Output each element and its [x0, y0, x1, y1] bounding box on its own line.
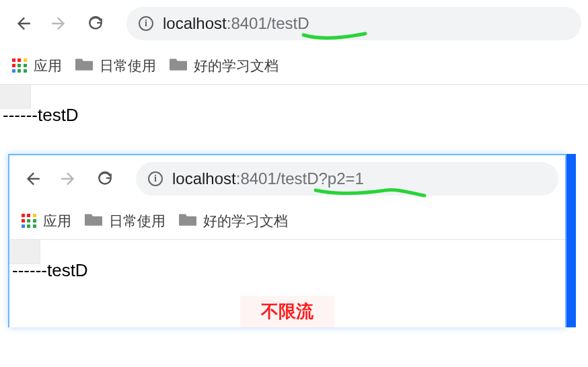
- bookmark-folder-2[interactable]: 好的学习文档: [179, 212, 288, 231]
- annotation-underline-top: [301, 31, 369, 47]
- apps-shortcut[interactable]: 应用: [22, 212, 71, 231]
- toolbar: i localhost:8401/testD: [0, 0, 588, 47]
- apps-icon: [22, 214, 36, 229]
- browser-window-top: i localhost:8401/testD 应用 日常使用: [0, 0, 588, 132]
- frame-accent: [566, 154, 576, 327]
- bookmark-label: 日常使用: [100, 56, 156, 75]
- apps-shortcut[interactable]: 应用: [12, 56, 62, 75]
- url-host: localhost: [172, 169, 236, 188]
- arrow-left-icon: [14, 15, 32, 32]
- folder-icon: [170, 56, 187, 75]
- back-button[interactable]: [7, 7, 39, 40]
- bookmark-label: 好的学习文档: [194, 56, 279, 75]
- bookmarks-bar: 应用 日常使用 好的学习文档: [9, 202, 565, 240]
- apps-label: 应用: [43, 212, 71, 231]
- site-info-icon[interactable]: i: [148, 171, 163, 186]
- page-body-text: ------testD: [9, 260, 565, 288]
- page-body-text: ------testD: [0, 105, 588, 132]
- arrow-right-icon: [60, 170, 77, 188]
- bookmarks-bar: 应用 日常使用 好的学习文档: [0, 47, 588, 85]
- back-button[interactable]: [16, 163, 48, 195]
- site-info-icon[interactable]: i: [139, 16, 153, 31]
- arrow-right-icon: [50, 15, 68, 32]
- annotation-label: 不限流: [240, 296, 334, 327]
- url-rest: :8401/testD?p2=1: [236, 169, 364, 188]
- page-content: ------testD: [0, 85, 588, 132]
- reload-icon: [96, 170, 114, 188]
- forward-button[interactable]: [52, 163, 85, 195]
- url-rest: :8401/testD: [227, 14, 309, 33]
- address-bar[interactable]: i localhost:8401/testD?p2=1: [136, 162, 558, 196]
- bookmark-label: 好的学习文档: [203, 212, 288, 231]
- arrow-left-icon: [24, 170, 41, 188]
- folder-icon: [75, 56, 93, 75]
- annotation-underline-bottom: [314, 186, 428, 204]
- reload-icon: [87, 15, 104, 32]
- reload-button[interactable]: [79, 7, 112, 40]
- bookmark-folder-1[interactable]: 日常使用: [75, 56, 156, 75]
- apps-icon: [12, 58, 27, 73]
- bookmark-folder-1[interactable]: 日常使用: [85, 212, 166, 231]
- reload-button[interactable]: [89, 163, 121, 195]
- url-host: localhost: [163, 14, 227, 33]
- url-text: localhost:8401/testD?p2=1: [172, 169, 364, 188]
- address-bar[interactable]: i localhost:8401/testD: [126, 7, 581, 40]
- bookmark-folder-2[interactable]: 好的学习文档: [170, 56, 279, 75]
- folder-icon: [179, 212, 196, 230]
- url-text: localhost:8401/testD: [163, 14, 309, 33]
- toolbar: i localhost:8401/testD?p2=1: [9, 155, 565, 202]
- page-content: ------testD 不限流: [9, 240, 565, 327]
- folder-icon: [85, 212, 102, 230]
- apps-label: 应用: [34, 56, 62, 75]
- bookmark-label: 日常使用: [109, 212, 166, 231]
- forward-button[interactable]: [43, 7, 75, 40]
- browser-window-bottom: i localhost:8401/testD?p2=1 应用 日常使用: [8, 154, 566, 327]
